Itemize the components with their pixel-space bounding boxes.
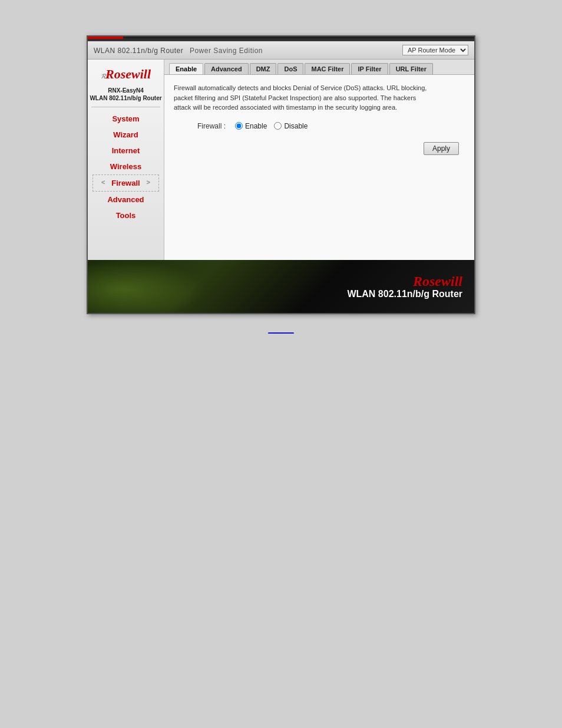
content-body: Firewall automatically detects and block… — [164, 75, 474, 163]
logo-area: 𝓡Rosewill — [98, 65, 153, 83]
sidebar-item-system[interactable]: System — [88, 111, 164, 127]
footer-model: WLAN 802.11n/b/g Router — [347, 289, 462, 299]
below-section: ______ — [268, 324, 293, 334]
tab-url-filter[interactable]: URL Filter — [389, 63, 433, 74]
router-ui: WLAN 802.11n/b/g Router Power Saving Edi… — [87, 35, 475, 314]
sidebar-item-internet[interactable]: Internet — [88, 143, 164, 159]
sidebar-item-advanced[interactable]: Advanced — [88, 192, 164, 207]
tab-ip-filter[interactable]: IP Filter — [351, 63, 388, 74]
footer-logo-area: Rosewill WLAN 802.11n/b/g Router — [347, 274, 462, 299]
header-title-subtitle: Power Saving Edition — [190, 47, 263, 55]
content-area: Enable Advanced DMZ DoS MAC Filter IP Fi… — [164, 60, 474, 260]
tab-mac-filter[interactable]: MAC Filter — [305, 63, 350, 74]
radio-disable-label[interactable]: Disable — [274, 122, 308, 130]
sidebar-item-firewall[interactable]: Firewall — [92, 174, 159, 192]
radio-disable-text: Disable — [284, 122, 308, 130]
header-title-main: WLAN 802.11n/b/g Router — [94, 47, 183, 55]
radio-enable-label[interactable]: Enable — [235, 122, 267, 130]
sidebar-item-wireless[interactable]: Wireless — [88, 159, 164, 174]
tab-dos[interactable]: DoS — [277, 63, 303, 74]
radio-disable[interactable] — [274, 122, 282, 130]
sidebar-item-wizard[interactable]: Wizard — [88, 127, 164, 143]
apply-button[interactable]: Apply — [424, 142, 459, 155]
tab-dmz[interactable]: DMZ — [250, 63, 277, 74]
top-bar — [88, 37, 474, 41]
mode-select[interactable]: AP Router Mode — [402, 45, 468, 55]
sidebar: 𝓡Rosewill RNX-EasyN4 WLAN 802.11n/b/g Ro… — [88, 60, 164, 260]
main-layout: 𝓡Rosewill RNX-EasyN4 WLAN 802.11n/b/g Ro… — [88, 60, 474, 260]
below-link[interactable]: ______ — [268, 325, 293, 334]
radio-group: Enable Disable — [235, 122, 308, 130]
page-wrapper: WLAN 802.11n/b/g Router Power Saving Edi… — [0, 0, 562, 728]
sidebar-item-tools[interactable]: Tools — [88, 207, 164, 223]
brand-logo: 𝓡Rosewill — [101, 68, 151, 81]
footer-brand: Rosewill — [347, 274, 462, 289]
header-title: WLAN 802.11n/b/g Router Power Saving Edi… — [94, 45, 263, 55]
sidebar-divider — [91, 107, 160, 107]
radio-enable-text: Enable — [245, 122, 267, 130]
tab-advanced[interactable]: Advanced — [204, 63, 249, 74]
description-text: Firewall automatically detects and block… — [174, 83, 433, 113]
header-title-text: WLAN 802.11n/b/g Router Power Saving Edi… — [94, 45, 263, 55]
apply-btn-row: Apply — [174, 142, 465, 155]
header: WLAN 802.11n/b/g Router Power Saving Edi… — [88, 41, 474, 60]
firewall-control: Firewall : Enable Disable — [197, 122, 465, 130]
footer-banner: Rosewill WLAN 802.11n/b/g Router — [88, 260, 474, 313]
radio-enable[interactable] — [235, 122, 243, 130]
tab-enable[interactable]: Enable — [169, 63, 203, 74]
model-name: RNX-EasyN4 WLAN 802.11n/b/g Router — [90, 87, 161, 102]
tab-bar: Enable Advanced DMZ DoS MAC Filter IP Fi… — [164, 60, 474, 75]
top-bar-accent — [88, 37, 123, 39]
firewall-label: Firewall : — [197, 122, 226, 130]
